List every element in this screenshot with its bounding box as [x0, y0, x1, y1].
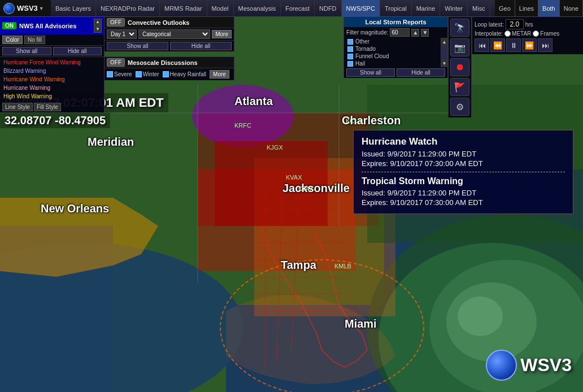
metar-radio[interactable] — [504, 31, 511, 37]
pause-btn[interactable]: ⏸ — [506, 38, 521, 52]
menu-ndfd[interactable]: NDFD — [315, 0, 342, 16]
advisory-show-all-btn[interactable]: Show all — [2, 47, 51, 55]
metar-label: METAR — [512, 31, 531, 37]
play-back-btn[interactable]: ⏮ — [475, 38, 489, 52]
tool-flag-btn[interactable]: 🚩 — [450, 78, 469, 96]
convective-hide-all-btn[interactable]: Hide all — [170, 42, 232, 50]
menu-model[interactable]: Model — [207, 0, 234, 16]
advisory-no-fill-btn[interactable]: No fill — [24, 36, 45, 44]
hrs-label: hrs — [525, 21, 533, 28]
popup-title1: Hurricane Watch — [362, 136, 565, 147]
advisory-scroll-down[interactable]: ▼ — [94, 26, 102, 33]
tool-panel: 🔭 📷 ⏺ 🚩 ⚙ — [448, 17, 472, 117]
chk-severe-label: Severe — [114, 71, 132, 77]
geo-btn-both[interactable]: Both — [538, 0, 560, 16]
menu-nexrad[interactable]: NEXRADPro Radar — [96, 0, 160, 16]
lsr-filter-input[interactable] — [390, 28, 410, 37]
interpolate-row: Interpolate: METAR Frames — [475, 31, 581, 37]
logo-text: WSV3 — [17, 4, 38, 12]
wsv3-logo-text: WSV3 — [520, 355, 572, 376]
advisory-color-btn[interactable]: Color — [2, 36, 23, 44]
menu-basic-layers[interactable]: Basic Layers — [51, 0, 96, 16]
tool-camera-btn[interactable]: 📷 — [450, 38, 469, 56]
play-forward-btn[interactable]: ⏭ — [538, 38, 552, 52]
loop-value: 2.0 — [506, 19, 524, 29]
lsr-item-other[interactable]: Other — [344, 38, 441, 45]
lsr-item-tornado[interactable]: Tornado — [344, 45, 441, 53]
menu-forecast[interactable]: Forecast — [281, 0, 315, 16]
chk-winter[interactable]: Winter — [136, 71, 159, 77]
frames-toggle[interactable]: Frames — [533, 31, 559, 37]
lsr-check-hail — [347, 61, 353, 67]
menu-meso[interactable]: Mesoanalysis — [234, 0, 281, 16]
wsv3-logo: WSV3 — [486, 350, 572, 381]
popup-issued2: Issued: 9/9/2017 11:29:00 PM EDT — [362, 189, 565, 197]
logo-globe-icon — [3, 3, 15, 14]
geo-btn-geo[interactable]: Geo — [495, 0, 515, 16]
menu-tropical[interactable]: Tropical — [380, 0, 412, 16]
convective-cat-select[interactable]: CategoricalTornadoWindHail — [138, 29, 210, 39]
advisory-item-hww[interactable]: Hurricane Wind Warning — [0, 75, 104, 84]
svg-point-9 — [458, 297, 503, 336]
advisory-hide-all-btn[interactable]: Hide all — [53, 47, 102, 55]
advisory-on-button[interactable]: ON — [2, 22, 16, 29]
lsr-show-all-btn[interactable]: Show all — [346, 68, 395, 77]
mesoscale-header: OFF Mesoscale Discussions — [105, 57, 234, 68]
lsr-filter-up-btn[interactable]: ▲ — [411, 29, 419, 37]
menu-misc[interactable]: Misc — [468, 0, 490, 16]
svg-rect-14 — [215, 141, 328, 226]
lsr-item-hail[interactable]: Hail — [344, 60, 441, 67]
chk-heavy-rain-label: Heavy Rainfall — [170, 71, 206, 77]
lsr-item-funnel[interactable]: Funnel Cloud — [344, 53, 441, 60]
mesoscale-more-btn[interactable]: More — [210, 70, 229, 79]
frames-radio[interactable] — [533, 31, 539, 37]
loop-panel: Loop latest: 2.0 hrs Interpolate: METAR … — [472, 17, 583, 54]
mesoscale-title: Mesoscale Discussions — [128, 59, 198, 66]
advisory-item-bliz[interactable]: Blizzard Warning — [0, 67, 104, 75]
convective-show-all-btn[interactable]: Show all — [107, 42, 168, 50]
advisory-item-higw[interactable]: High Wind Warning — [0, 92, 104, 101]
advisory-scroll-up[interactable]: ▲ — [94, 19, 102, 25]
popup-issued1: Issued: 9/9/2017 11:29:00 PM EDT — [362, 150, 565, 158]
chk-heavy-rainfall[interactable]: Heavy Rainfall — [163, 71, 206, 77]
menu-winter[interactable]: Winter — [440, 0, 468, 16]
convective-show-hide-row: Show all Hide all — [105, 40, 234, 51]
advisory-item-hw[interactable]: Hurricane Warning — [0, 84, 104, 92]
lsr-hide-all-btn[interactable]: Hide all — [397, 68, 445, 77]
metar-toggle[interactable]: METAR — [504, 31, 531, 37]
step-forward-btn[interactable]: ⏩ — [522, 38, 537, 52]
loop-label: Loop latest: — [475, 21, 504, 28]
geo-btn-lines[interactable]: Lines — [515, 0, 538, 16]
mesoscale-panel: OFF Mesoscale Discussions Severe Winter … — [105, 56, 234, 80]
chk-heavy-rain-box — [163, 71, 169, 77]
advisory-fill-style-btn[interactable]: Fill Style — [34, 103, 61, 111]
mesoscale-off-btn[interactable]: OFF — [107, 58, 125, 67]
coordinates: 32.08707 -80.47905 — [0, 113, 110, 128]
convective-off-btn[interactable]: OFF — [107, 18, 125, 27]
advisory-item-hfw[interactable]: Hurricane Force Wind Warning — [0, 58, 104, 67]
menu-marine[interactable]: Marine — [412, 0, 441, 16]
convective-more-btn[interactable]: More — [212, 30, 232, 38]
lsr-scroll-up-btn[interactable]: ▲ — [441, 38, 447, 46]
convective-header: OFF Convective Outlooks — [105, 17, 234, 28]
menu-mrms[interactable]: MRMS Radar — [160, 0, 207, 16]
loop-latest-row: Loop latest: 2.0 hrs — [475, 19, 581, 29]
lsr-scroll-down-btn[interactable]: ▼ — [441, 59, 447, 67]
lsr-check-tornado — [347, 46, 353, 52]
menu-nws-spc[interactable]: NWS/SPC — [342, 0, 380, 16]
chk-severe[interactable]: Severe — [107, 71, 132, 77]
mesoscale-checkboxes: Severe Winter Heavy Rainfall More — [105, 68, 234, 80]
convective-title: Convective Outlooks — [128, 19, 189, 26]
logo-dropdown-icon: ▼ — [39, 6, 44, 11]
advisory-line-style-btn[interactable]: Line Style — [2, 103, 33, 111]
step-back-btn[interactable]: ⏪ — [490, 38, 505, 52]
tool-binoculars-btn[interactable]: 🔭 — [450, 19, 469, 37]
tool-settings-btn[interactable]: ⚙ — [450, 98, 469, 116]
geo-btn-none[interactable]: None — [560, 0, 583, 16]
playback-controls: ⏮ ⏪ ⏸ ⏩ ⏭ — [475, 38, 581, 52]
tool-record-btn[interactable]: ⏺ — [450, 58, 469, 76]
lsr-filter-down-btn[interactable]: ▼ — [421, 29, 429, 37]
convective-day-select[interactable]: Day 1Day 2Day 3 — [107, 29, 137, 39]
lsr-scrollbar[interactable]: ▲ ▼ — [441, 38, 447, 67]
app-logo[interactable]: WSV3 ▼ — [0, 0, 51, 16]
